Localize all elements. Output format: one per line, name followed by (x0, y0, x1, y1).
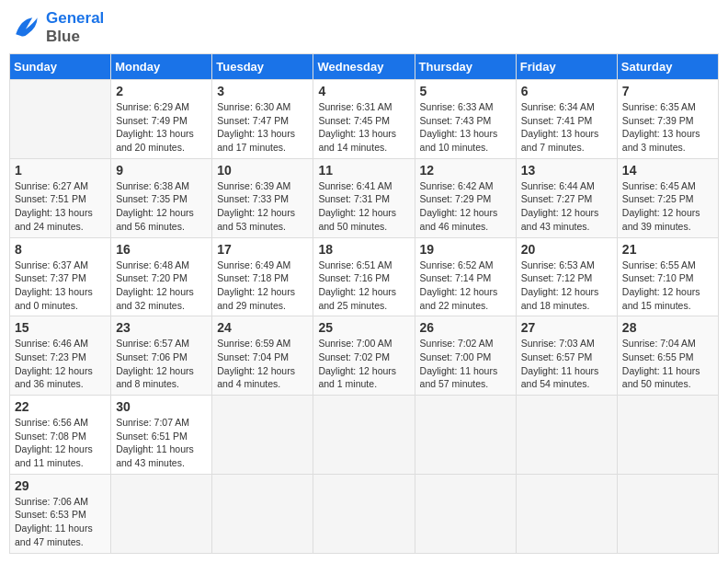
day-number: 21 (622, 242, 713, 257)
calendar-cell: 6Sunrise: 6:34 AMSunset: 7:41 PMDaylight… (516, 80, 617, 159)
calendar-cell (617, 474, 718, 553)
day-info: Sunrise: 6:46 AMSunset: 7:23 PMDaylight:… (15, 337, 106, 391)
day-info: Sunrise: 6:52 AMSunset: 7:14 PMDaylight:… (420, 259, 511, 313)
calendar-cell: 16Sunrise: 6:48 AMSunset: 7:20 PMDayligh… (111, 237, 212, 316)
day-number: 14 (622, 163, 713, 178)
day-number: 15 (15, 320, 106, 335)
calendar-cell (212, 396, 313, 475)
day-info: Sunrise: 7:04 AMSunset: 6:55 PMDaylight:… (622, 337, 713, 391)
calendar-cell (415, 396, 516, 475)
day-info: Sunrise: 6:27 AMSunset: 7:51 PMDaylight:… (15, 179, 106, 234)
day-info: Sunrise: 7:07 AMSunset: 6:51 PMDaylight:… (116, 416, 207, 470)
day-info: Sunrise: 6:34 AMSunset: 7:41 PMDaylight:… (521, 100, 612, 155)
calendar-cell: 14Sunrise: 6:45 AMSunset: 7:25 PMDayligh… (617, 158, 718, 237)
day-info: Sunrise: 7:03 AMSunset: 6:57 PMDaylight:… (521, 337, 612, 391)
day-number: 3 (217, 84, 308, 98)
day-number: 11 (318, 163, 409, 178)
day-info: Sunrise: 6:30 AMSunset: 7:47 PMDaylight:… (217, 100, 308, 155)
day-info: Sunrise: 6:31 AMSunset: 7:45 PMDaylight:… (318, 100, 409, 155)
day-info: Sunrise: 6:55 AMSunset: 7:10 PMDaylight:… (622, 259, 713, 313)
calendar-cell (617, 396, 718, 475)
day-info: Sunrise: 6:29 AMSunset: 7:49 PMDaylight:… (116, 100, 207, 155)
calendar-week-row: 1Sunrise: 6:27 AMSunset: 7:51 PMDaylight… (10, 158, 719, 237)
day-number: 22 (15, 399, 106, 414)
calendar-week-row: 29Sunrise: 7:06 AMSunset: 6:53 PMDayligh… (10, 474, 719, 553)
day-number: 8 (15, 242, 106, 257)
calendar-cell: 12Sunrise: 6:42 AMSunset: 7:29 PMDayligh… (415, 158, 516, 237)
day-number: 23 (116, 320, 207, 335)
header-sunday: Sunday (10, 54, 111, 80)
day-number: 5 (420, 84, 511, 98)
day-number: 1 (15, 163, 106, 178)
day-info: Sunrise: 6:56 AMSunset: 7:08 PMDaylight:… (15, 416, 106, 470)
day-info: Sunrise: 6:53 AMSunset: 7:12 PMDaylight:… (521, 259, 612, 313)
calendar-cell (516, 474, 617, 553)
calendar-cell (111, 474, 212, 553)
day-number: 27 (521, 320, 612, 335)
calendar-cell: 23Sunrise: 6:57 AMSunset: 7:06 PMDayligh… (111, 316, 212, 396)
day-info: Sunrise: 7:00 AMSunset: 7:02 PMDaylight:… (318, 337, 409, 391)
day-number: 10 (217, 163, 308, 178)
calendar-cell: 24Sunrise: 6:59 AMSunset: 7:04 PMDayligh… (212, 316, 313, 396)
calendar-cell: 21Sunrise: 6:55 AMSunset: 7:10 PMDayligh… (617, 237, 718, 316)
header-wednesday: Wednesday (313, 54, 415, 80)
day-number: 19 (420, 242, 511, 257)
calendar-cell: 20Sunrise: 6:53 AMSunset: 7:12 PMDayligh… (516, 237, 617, 316)
calendar-cell (212, 474, 313, 553)
calendar-cell: 11Sunrise: 6:41 AMSunset: 7:31 PMDayligh… (313, 158, 415, 237)
calendar-cell: 30Sunrise: 7:07 AMSunset: 6:51 PMDayligh… (111, 396, 212, 475)
day-info: Sunrise: 6:59 AMSunset: 7:04 PMDaylight:… (217, 337, 308, 391)
day-number: 29 (15, 478, 106, 493)
calendar-cell (313, 474, 415, 553)
header-friday: Friday (516, 54, 617, 80)
calendar-header-row: SundayMondayTuesdayWednesdayThursdayFrid… (10, 54, 719, 80)
day-number: 17 (217, 242, 308, 257)
calendar-table: SundayMondayTuesdayWednesdayThursdayFrid… (9, 53, 719, 554)
calendar-week-row: 8Sunrise: 6:37 AMSunset: 7:37 PMDaylight… (10, 237, 719, 316)
day-info: Sunrise: 6:42 AMSunset: 7:29 PMDaylight:… (420, 179, 511, 234)
calendar-cell: 25Sunrise: 7:00 AMSunset: 7:02 PMDayligh… (313, 316, 415, 396)
day-info: Sunrise: 7:06 AMSunset: 6:53 PMDaylight:… (15, 495, 106, 549)
header-thursday: Thursday (415, 54, 516, 80)
logo-text: General Blue (46, 9, 104, 46)
calendar-cell: 4Sunrise: 6:31 AMSunset: 7:45 PMDaylight… (313, 80, 415, 159)
calendar-cell: 29Sunrise: 7:06 AMSunset: 6:53 PMDayligh… (10, 474, 111, 553)
day-info: Sunrise: 7:02 AMSunset: 7:00 PMDaylight:… (420, 337, 511, 391)
day-info: Sunrise: 6:45 AMSunset: 7:25 PMDaylight:… (622, 179, 713, 234)
day-info: Sunrise: 6:37 AMSunset: 7:37 PMDaylight:… (15, 259, 106, 313)
calendar-cell: 5Sunrise: 6:33 AMSunset: 7:43 PMDaylight… (415, 80, 516, 159)
day-info: Sunrise: 6:51 AMSunset: 7:16 PMDaylight:… (318, 259, 409, 313)
calendar-week-row: 15Sunrise: 6:46 AMSunset: 7:23 PMDayligh… (10, 316, 719, 396)
calendar-cell: 7Sunrise: 6:35 AMSunset: 7:39 PMDaylight… (617, 80, 718, 159)
day-number: 18 (318, 242, 409, 257)
day-number: 12 (420, 163, 511, 178)
calendar-cell: 9Sunrise: 6:38 AMSunset: 7:35 PMDaylight… (111, 158, 212, 237)
calendar-cell: 22Sunrise: 6:56 AMSunset: 7:08 PMDayligh… (10, 396, 111, 475)
calendar-cell: 17Sunrise: 6:49 AMSunset: 7:18 PMDayligh… (212, 237, 313, 316)
calendar-cell: 18Sunrise: 6:51 AMSunset: 7:16 PMDayligh… (313, 237, 415, 316)
day-number: 24 (217, 320, 308, 335)
day-number: 9 (116, 163, 207, 178)
day-info: Sunrise: 6:35 AMSunset: 7:39 PMDaylight:… (622, 100, 713, 155)
calendar-cell: 26Sunrise: 7:02 AMSunset: 7:00 PMDayligh… (415, 316, 516, 396)
day-number: 2 (116, 84, 207, 98)
day-number: 13 (521, 163, 612, 178)
header-tuesday: Tuesday (212, 54, 313, 80)
calendar-cell (10, 80, 111, 159)
calendar-cell: 27Sunrise: 7:03 AMSunset: 6:57 PMDayligh… (516, 316, 617, 396)
calendar-week-row: 2Sunrise: 6:29 AMSunset: 7:49 PMDaylight… (10, 80, 719, 159)
calendar-cell: 10Sunrise: 6:39 AMSunset: 7:33 PMDayligh… (212, 158, 313, 237)
calendar-cell: 3Sunrise: 6:30 AMSunset: 7:47 PMDaylight… (212, 80, 313, 159)
logo-icon (9, 11, 42, 44)
calendar-cell: 19Sunrise: 6:52 AMSunset: 7:14 PMDayligh… (415, 237, 516, 316)
day-info: Sunrise: 6:41 AMSunset: 7:31 PMDaylight:… (318, 179, 409, 234)
day-number: 28 (622, 320, 713, 335)
calendar-cell: 2Sunrise: 6:29 AMSunset: 7:49 PMDaylight… (111, 80, 212, 159)
day-number: 4 (318, 84, 409, 98)
calendar-cell (516, 396, 617, 475)
calendar-cell (415, 474, 516, 553)
day-info: Sunrise: 6:33 AMSunset: 7:43 PMDaylight:… (420, 100, 511, 155)
calendar-cell (313, 396, 415, 475)
day-number: 7 (622, 84, 713, 98)
day-info: Sunrise: 6:38 AMSunset: 7:35 PMDaylight:… (116, 179, 207, 234)
